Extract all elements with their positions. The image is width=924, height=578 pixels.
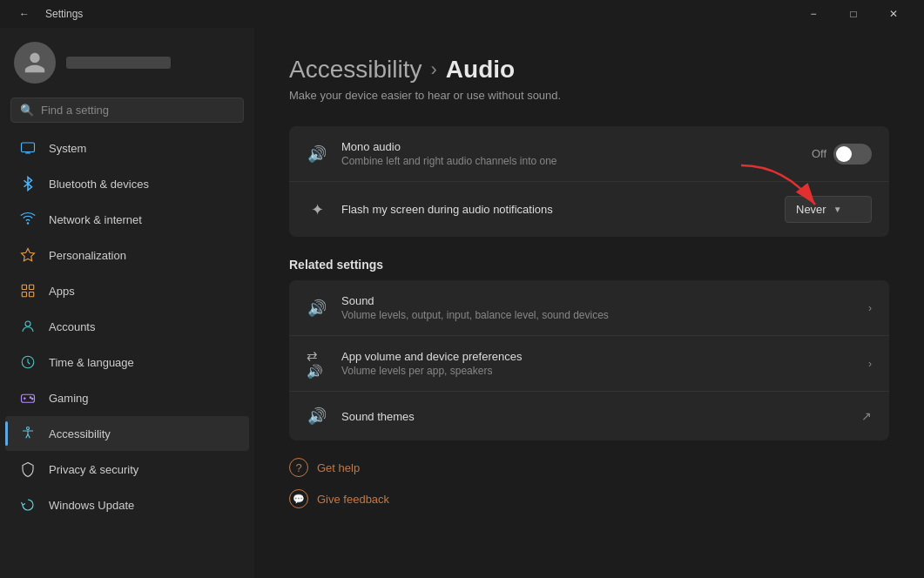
titlebar: ← Settings − □ ✕: [0, 0, 924, 28]
system-nav-icon: [19, 139, 37, 157]
bluetooth-nav-icon: [19, 175, 37, 192]
privacy-nav-icon: [19, 460, 37, 478]
sidebar-item-privacy[interactable]: Privacy & security: [5, 452, 249, 487]
toggle-thumb: [836, 146, 852, 162]
flash-screen-control[interactable]: Never ▼: [785, 196, 872, 223]
breadcrumb-separator: ›: [430, 58, 436, 81]
svg-rect-3: [30, 285, 34, 289]
flash-screen-row: ✦ Flash my screen during audio notificat…: [289, 182, 889, 237]
svg-point-1: [27, 223, 29, 225]
time-nav-icon: [19, 353, 37, 371]
svg-point-10: [32, 398, 34, 400]
sound-themes-row[interactable]: 🔊 Sound themes ↗: [289, 392, 889, 440]
mono-audio-icon: 🔊: [307, 144, 327, 165]
dropdown-value: Never: [796, 203, 826, 216]
search-icon: 🔍: [20, 104, 34, 117]
flash-screen-title: Flash my screen during audio notificatio…: [341, 203, 771, 216]
sidebar: 🔍 SystemBluetooth & devicesNetwork & int…: [0, 28, 254, 578]
mono-audio-row: 🔊 Mono audio Combine left and right audi…: [289, 126, 889, 182]
breadcrumb-current: Audio: [446, 56, 515, 84]
sidebar-item-label-windows-update: Windows Update: [49, 499, 134, 512]
give-feedback-link[interactable]: 💬 Give feedback: [289, 489, 889, 508]
accounts-nav-icon: [19, 318, 37, 335]
audio-settings-card: 🔊 Mono audio Combine left and right audi…: [289, 126, 889, 237]
titlebar-title: Settings: [45, 8, 83, 20]
sidebar-item-bluetooth[interactable]: Bluetooth & devices: [5, 166, 249, 201]
sidebar-item-label-personalization: Personalization: [49, 249, 126, 262]
windows-update-nav-icon: [19, 496, 37, 514]
mono-audio-toggle[interactable]: [833, 144, 872, 165]
chevron-down-icon: ▼: [833, 205, 842, 214]
sidebar-item-accounts[interactable]: Accounts: [5, 309, 249, 344]
flash-screen-text: Flash my screen during audio notificatio…: [341, 203, 771, 216]
mono-audio-control: Off: [812, 144, 872, 165]
user-profile[interactable]: [0, 28, 254, 94]
main-content: Accessibility › Audio Make your device e…: [254, 28, 924, 536]
app-volume-text: App volume and device preferences Volume…: [341, 350, 854, 377]
accessibility-nav-icon: [19, 425, 37, 442]
minimize-button[interactable]: −: [793, 0, 833, 28]
sidebar-item-personalization[interactable]: Personalization: [5, 238, 249, 272]
svg-rect-0: [22, 143, 35, 152]
user-name-placeholder: [66, 57, 171, 69]
avatar: [14, 42, 56, 84]
svg-rect-5: [30, 292, 34, 297]
maximize-button[interactable]: □: [833, 0, 873, 28]
sidebar-item-label-time: Time & language: [49, 356, 134, 369]
sound-row[interactable]: 🔊 Sound Volume levels, output, input, ba…: [289, 280, 889, 336]
svg-point-9: [30, 397, 31, 399]
sidebar-item-label-system: System: [49, 142, 86, 155]
apps-nav-icon: [19, 282, 37, 299]
sidebar-item-label-privacy: Privacy & security: [49, 463, 138, 476]
search-input[interactable]: [41, 104, 234, 117]
breadcrumb-parent[interactable]: Accessibility: [289, 56, 422, 84]
svg-rect-4: [22, 292, 26, 297]
external-link-icon: ↗: [861, 409, 872, 423]
sidebar-item-label-accessibility: Accessibility: [49, 427, 111, 440]
personalization-nav-icon: [19, 246, 37, 264]
mono-audio-toggle-label: Off: [812, 147, 826, 160]
flash-screen-icon: ✦: [307, 199, 327, 220]
sidebar-item-label-network: Network & internet: [49, 213, 142, 226]
sidebar-item-time[interactable]: Time & language: [5, 345, 249, 380]
sidebar-item-windows-update[interactable]: Windows Update: [5, 487, 249, 522]
sidebar-item-label-accounts: Accounts: [49, 320, 95, 333]
sound-themes-icon: 🔊: [307, 406, 327, 427]
sidebar-item-accessibility[interactable]: Accessibility: [5, 416, 249, 451]
app-volume-title: App volume and device preferences: [341, 350, 854, 363]
sidebar-item-label-gaming: Gaming: [49, 392, 89, 405]
sound-text: Sound Volume levels, output, input, bala…: [341, 294, 854, 321]
titlebar-controls: − □ ✕: [793, 0, 914, 28]
mono-audio-text: Mono audio Combine left and right audio …: [341, 140, 798, 167]
nav-container: SystemBluetooth & devicesNetwork & inter…: [0, 130, 254, 523]
mono-audio-title: Mono audio: [341, 140, 798, 153]
network-nav-icon: [19, 211, 37, 228]
give-feedback-label: Give feedback: [317, 493, 389, 506]
flash-screen-dropdown[interactable]: Never ▼: [785, 196, 872, 223]
svg-rect-2: [22, 285, 26, 289]
search-box[interactable]: 🔍: [10, 97, 244, 123]
sound-themes-title: Sound themes: [341, 410, 847, 423]
close-button[interactable]: ✕: [873, 0, 914, 28]
mono-audio-desc: Combine left and right audio channels in…: [341, 155, 798, 167]
person-icon: [23, 50, 47, 75]
app-volume-row[interactable]: ⇄🔊 App volume and device preferences Vol…: [289, 336, 889, 392]
get-help-label: Get help: [317, 461, 360, 474]
sidebar-item-gaming[interactable]: Gaming: [5, 380, 249, 415]
sound-chevron-icon: ›: [868, 302, 872, 314]
page-subtitle: Make your device easier to hear or use w…: [289, 89, 889, 102]
get-help-icon: ?: [289, 458, 308, 477]
sound-desc: Volume levels, output, input, balance le…: [341, 309, 854, 321]
sidebar-item-network[interactable]: Network & internet: [5, 202, 249, 237]
app-volume-desc: Volume levels per app, speakers: [341, 365, 854, 377]
app-volume-icon: ⇄🔊: [307, 353, 327, 374]
gaming-nav-icon: [19, 389, 37, 407]
sound-title: Sound: [341, 294, 854, 307]
sound-themes-text: Sound themes: [341, 410, 847, 423]
sidebar-item-system[interactable]: System: [5, 131, 249, 165]
titlebar-left: ← Settings: [10, 0, 83, 28]
sidebar-item-apps[interactable]: Apps: [5, 273, 249, 308]
help-links: ? Get help 💬 Give feedback: [289, 458, 889, 508]
back-button[interactable]: ←: [10, 0, 38, 28]
get-help-link[interactable]: ? Get help: [289, 458, 889, 477]
